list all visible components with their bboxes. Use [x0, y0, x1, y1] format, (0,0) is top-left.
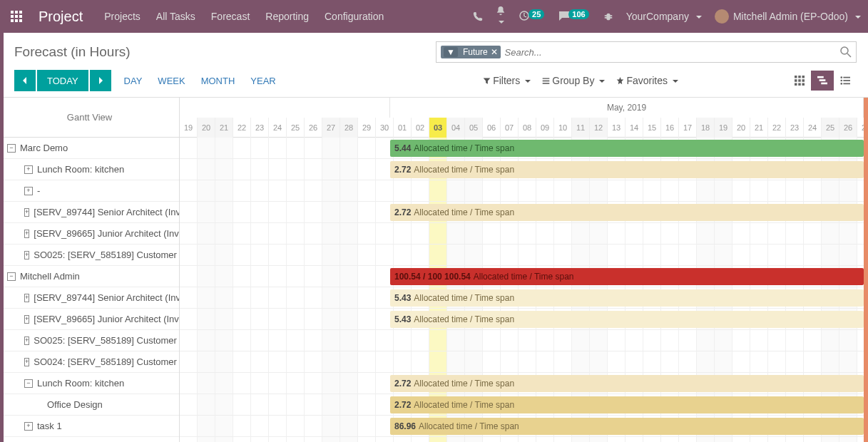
filters-dropdown[interactable]: Filters: [483, 75, 531, 86]
clock-icon[interactable]: 25: [519, 10, 546, 24]
search-icon[interactable]: [840, 46, 852, 58]
day-header: 01: [394, 118, 412, 138]
gantt-bar[interactable]: 5.43Allocated time / Time span: [390, 311, 864, 328]
view-kanban[interactable]: [788, 71, 811, 91]
grid-row[interactable]: 2.72Allocated time / Time span: [180, 373, 864, 394]
tree-row[interactable]: +task2: [0, 437, 179, 442]
tree-row[interactable]: Office Design: [0, 394, 179, 416]
collapse-icon[interactable]: −: [7, 144, 16, 153]
expand-icon[interactable]: +: [24, 251, 29, 259]
tree-row[interactable]: +SO025: [SERV_585189] Customer Care (Pre…: [0, 330, 179, 351]
user-menu[interactable]: Mitchell Admin (EP-Odoo): [715, 9, 861, 24]
grid-row[interactable]: [180, 437, 864, 442]
tree-row[interactable]: +task 1: [0, 416, 179, 437]
prev-button[interactable]: [14, 70, 36, 91]
day-header: 30: [376, 118, 394, 138]
tree-row[interactable]: +[SERV_89665] Junior Architect (Invoice …: [0, 223, 179, 245]
apps-icon[interactable]: [0, 11, 33, 22]
expand-icon[interactable]: +: [24, 230, 29, 238]
search-chip-future[interactable]: ▼Future ✕: [441, 46, 501, 58]
gantt-bar[interactable]: 2.72Allocated time / Time span: [390, 204, 864, 221]
bar-label: Allocated time / Time span: [414, 293, 514, 303]
nav-projects[interactable]: Projects: [104, 11, 141, 22]
grid-row[interactable]: 2.72Allocated time / Time span: [180, 202, 864, 223]
svg-rect-18: [798, 83, 801, 86]
tree-row[interactable]: +[SERV_89665] Junior Architect (Invoice …: [0, 309, 179, 330]
tree-row[interactable]: +SO025: [SERV_585189] Customer Care (Pre…: [0, 245, 179, 266]
day-header: 23: [251, 118, 269, 138]
tree-row-label: Lunch Room: kitchen: [37, 378, 124, 389]
bar-label: Allocated time / Time span: [414, 400, 514, 410]
tree-row[interactable]: +[SERV_89744] Senior Architect (Invoice …: [0, 287, 179, 309]
next-button[interactable]: [90, 70, 111, 91]
nav-forecast[interactable]: Forecast: [211, 11, 250, 22]
company-name: YourCompany: [626, 11, 689, 22]
scale-day[interactable]: DAY: [124, 76, 143, 86]
collapse-icon[interactable]: −: [24, 379, 33, 388]
bell-icon[interactable]: [496, 6, 506, 27]
company-switcher[interactable]: YourCompany: [626, 11, 702, 22]
expand-icon[interactable]: +: [24, 422, 33, 431]
expand-icon[interactable]: +: [24, 187, 33, 195]
nav-all-tasks[interactable]: All Tasks: [156, 11, 195, 22]
gantt-bar[interactable]: 5.44Allocated time / Time span: [390, 140, 864, 157]
grid-row[interactable]: [180, 180, 864, 202]
bug-icon[interactable]: [603, 11, 613, 21]
chip-remove-icon[interactable]: ✕: [491, 47, 498, 57]
tree-row[interactable]: +SO024: [SERV_585189] Customer Care (Pre…: [0, 351, 179, 373]
scale-month[interactable]: MONTH: [201, 76, 235, 86]
view-gantt[interactable]: [811, 71, 834, 91]
gantt-bar[interactable]: 2.72Allocated time / Time span: [390, 161, 864, 178]
tree-row[interactable]: +-: [0, 180, 179, 202]
expand-icon[interactable]: +: [24, 336, 29, 345]
month-header: May, 2019: [390, 98, 864, 118]
app-brand[interactable]: Project: [33, 9, 104, 25]
grid-row[interactable]: [180, 245, 864, 266]
gantt-bar[interactable]: 2.72Allocated time / Time span: [390, 396, 864, 413]
nav-reporting[interactable]: Reporting: [265, 11, 309, 22]
phone-icon[interactable]: [473, 11, 483, 21]
grid-row[interactable]: [180, 351, 864, 373]
expand-icon[interactable]: +: [24, 294, 29, 302]
grid-row[interactable]: 2.72Allocated time / Time span: [180, 394, 864, 416]
nav-configuration[interactable]: Configuration: [325, 11, 384, 22]
search-input[interactable]: [505, 47, 852, 58]
tree-row[interactable]: −Mitchell Admin: [0, 266, 179, 287]
scale-week[interactable]: WEEK: [158, 76, 185, 86]
grid-row[interactable]: 2.72Allocated time / Time span: [180, 159, 864, 180]
gantt-bar[interactable]: 2.72Allocated time / Time span: [390, 375, 864, 392]
grid-row[interactable]: 5.44Allocated time / Time span: [180, 138, 864, 159]
day-header: 14: [626, 118, 643, 138]
expand-icon[interactable]: +: [24, 358, 29, 366]
timeline-header: May, 2019 192021222324252627282930010203…: [180, 98, 864, 138]
tree-row[interactable]: −Lunch Room: kitchen: [0, 373, 179, 394]
view-list[interactable]: [834, 71, 857, 91]
month-header: [180, 98, 390, 118]
tree-row[interactable]: −Marc Demo: [0, 138, 179, 159]
gantt-bar[interactable]: 100.54 / 100 100.54Allocated time / Time…: [390, 268, 864, 285]
grid-row[interactable]: [180, 223, 864, 245]
search-box[interactable]: ▼Future ✕: [436, 41, 857, 63]
tree-row[interactable]: +Lunch Room: kitchen: [0, 159, 179, 180]
collapse-icon[interactable]: −: [7, 272, 16, 281]
gantt-bar[interactable]: 5.43Allocated time / Time span: [390, 289, 864, 307]
groupby-dropdown[interactable]: Group By: [542, 75, 605, 86]
tree-row[interactable]: +[SERV_89744] Senior Architect (Invoice …: [0, 202, 179, 223]
svg-rect-16: [802, 79, 805, 82]
favorites-dropdown[interactable]: Favorites: [616, 75, 678, 86]
gantt-bar[interactable]: 86.96Allocated time / Time span: [390, 418, 864, 435]
control-panel-top: Forecast (in Hours) ▼Future ✕: [0, 33, 868, 67]
chat-icon[interactable]: 106: [558, 10, 590, 24]
expand-icon[interactable]: +: [24, 315, 29, 324]
scale-year[interactable]: YEAR: [250, 76, 275, 86]
today-button[interactable]: TODAY: [37, 70, 88, 91]
grid-row[interactable]: 100.54 / 100 100.54Allocated time / Time…: [180, 266, 864, 287]
grid-row[interactable]: 5.43Allocated time / Time span: [180, 309, 864, 330]
grid-row[interactable]: [180, 330, 864, 351]
grid-row[interactable]: 86.96Allocated time / Time span: [180, 416, 864, 437]
expand-icon[interactable]: +: [24, 165, 33, 174]
grid-row[interactable]: 5.43Allocated time / Time span: [180, 287, 864, 309]
gantt-timeline-panel[interactable]: May, 2019 192021222324252627282930010203…: [180, 98, 868, 442]
nav-menu: Projects All Tasks Forecast Reporting Co…: [104, 11, 384, 22]
expand-icon[interactable]: +: [24, 208, 29, 217]
